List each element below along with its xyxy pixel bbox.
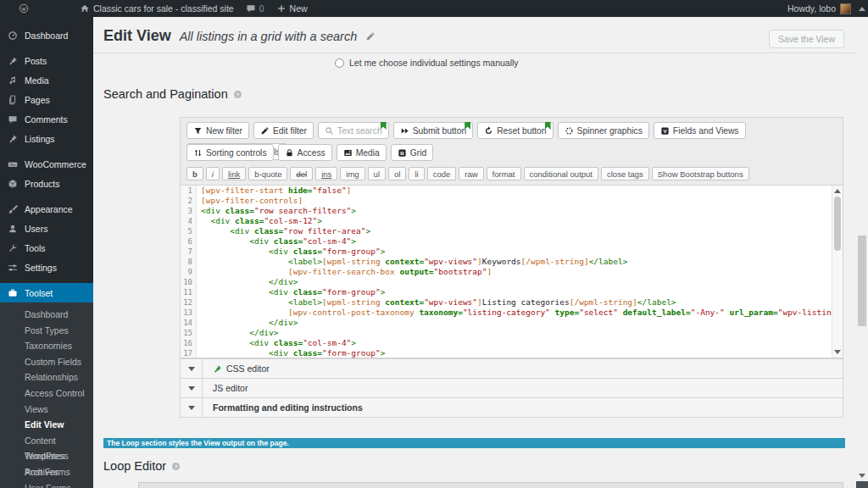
quicktag-code[interactable]: code (427, 167, 457, 180)
submenu-item-content-templates[interactable]: Content Templates (0, 433, 93, 449)
section-js-editor[interactable]: JS editor (181, 378, 843, 397)
admin-bar: Classic cars for sale - classified site … (0, 0, 868, 17)
section-css-editor[interactable]: CSS editor (181, 358, 843, 378)
sidebar-item-toolset[interactable]: Toolset (0, 283, 93, 302)
edit-title-pencil-icon[interactable] (365, 29, 376, 44)
sidebar-item-woocommerce[interactable]: WooWooCommerce (0, 154, 93, 174)
sidebar-item-settings[interactable]: Settings (0, 258, 93, 277)
code-token: Listing categories (482, 297, 570, 307)
code-line: 16 <div class="col-sm-4"> (181, 338, 843, 348)
code-token: <div (201, 206, 225, 215)
reset-button-button[interactable]: Reset button (477, 122, 553, 139)
quicktag-ul[interactable]: ul (368, 167, 386, 180)
quicktag-b-quote[interactable]: b-quote (248, 167, 287, 180)
sidebar-item-label: Users (25, 224, 47, 234)
sidebar-item-pages[interactable]: Pages (0, 90, 93, 109)
sidebar-item-posts[interactable]: Posts (0, 51, 93, 70)
page-scrollbar[interactable] (856, 0, 868, 488)
code-token: <label> (288, 257, 322, 266)
editor-scrollbar[interactable] (832, 186, 843, 358)
code-token: "-Any-" (691, 308, 725, 317)
new-filter-button[interactable]: New filter (186, 122, 249, 139)
section-formatting-and-editing-instructions[interactable]: Formatting and editing instructions (181, 397, 843, 417)
spinner-graphics-button[interactable]: Spinner graphics (558, 122, 649, 139)
submit-button-button[interactable]: Submit button (393, 122, 474, 139)
quicktag-close-tags[interactable]: close tags (601, 167, 649, 180)
radio-circle-icon[interactable] (335, 58, 344, 68)
quicktag-del[interactable]: del (290, 167, 313, 180)
quicktag-img[interactable]: img (340, 167, 364, 180)
collapse-toggle[interactable] (181, 379, 203, 397)
sorting-controls-button[interactable]: Sorting controls (186, 144, 274, 161)
sidebar-item-products[interactable]: Products (0, 174, 93, 193)
sidebar-item-appearance[interactable]: Appearance (0, 199, 93, 219)
help-icon[interactable]: ? (233, 90, 242, 99)
submenu-item-views[interactable]: Views (0, 402, 93, 418)
comment-bubble-icon (246, 3, 256, 14)
save-view-button[interactable]: Save the View (769, 30, 844, 48)
submenu-item-post-forms[interactable]: Post Forms (0, 464, 93, 480)
quicktag-conditional-output[interactable]: conditional output (524, 167, 598, 180)
sidebar-item-dashboard[interactable]: Dashboard (0, 25, 93, 45)
quicktag-i[interactable]: i (206, 167, 220, 180)
quicktag-li[interactable]: li (409, 167, 424, 180)
quicktag-raw[interactable]: raw (459, 167, 483, 180)
submenu-item-edit-view[interactable]: Edit View (0, 417, 93, 433)
comments-shortcut[interactable]: 0 (246, 3, 264, 14)
filter-code-editor[interactable]: 1[wpv-filter-start hide="false"]2[wpv-fi… (181, 185, 843, 358)
text-search-button[interactable]: Text search (318, 122, 389, 139)
code-text: [wpv-filter-controls] (197, 196, 303, 206)
submenu-item-relationships[interactable]: Relationships (0, 369, 93, 385)
avatar (840, 3, 851, 14)
sidebar-item-listings[interactable]: Listings (0, 129, 93, 148)
scroll-up-icon[interactable] (834, 189, 841, 193)
code-token: > (366, 226, 371, 236)
code-line: 3<div class="row search-filters"> (181, 206, 843, 216)
sidebar-item-comments[interactable]: Comments (0, 109, 93, 129)
quicktag-format[interactable]: format (487, 167, 521, 180)
submenu-item-user-forms[interactable]: User Forms (0, 480, 93, 488)
brush-icon (8, 204, 18, 214)
sidebar-item-tools[interactable]: Tools (0, 238, 93, 258)
site-name-menu[interactable]: Classic cars for sale - classified site (80, 3, 234, 14)
submenu-item-wordpress-archives[interactable]: WordPress Archives (0, 448, 93, 464)
quicktag-link[interactable]: link (222, 167, 246, 180)
media-button[interactable]: Media (337, 144, 387, 161)
pin-icon (8, 56, 18, 66)
code-token: ] (347, 186, 352, 195)
manual-settings-radio[interactable]: Let me choose individual settings manual… (335, 58, 519, 68)
search-pagination-heading: Search and Pagination ? (103, 87, 242, 101)
editor-scrollbar-thumb[interactable] (834, 197, 841, 251)
quicktag-ol[interactable]: ol (388, 167, 406, 180)
submenu-item-custom-fields[interactable]: Custom Fields (0, 354, 93, 370)
wordpress-logo-menu[interactable] (19, 3, 29, 14)
code-token (201, 236, 249, 246)
scroll-down-icon[interactable] (834, 350, 841, 354)
edit-filter-button[interactable]: Edit filter (253, 122, 314, 139)
code-token (201, 297, 288, 307)
grid-button[interactable]: BGrid (391, 144, 433, 161)
code-token: "false" (313, 186, 347, 195)
line-number: 8 (181, 257, 197, 267)
submenu-item-post-types[interactable]: Post Types (0, 323, 93, 339)
quicktag-ins[interactable]: ins (315, 167, 337, 180)
new-content-menu[interactable]: New (276, 3, 308, 14)
scroll-up-icon[interactable] (856, 0, 868, 17)
help-icon[interactable]: ? (171, 462, 181, 471)
scroll-down-icon[interactable] (859, 474, 865, 478)
page-scrollbar-thumb[interactable] (858, 236, 866, 326)
fields-and-views-button[interactable]: VFields and Views (654, 122, 746, 139)
submenu-item-taxonomies[interactable]: Taxonomies (0, 338, 93, 354)
code-text: <div class="col-sm-4"> (197, 236, 356, 247)
collapse-toggle[interactable] (181, 359, 203, 378)
collapse-toggle[interactable] (181, 398, 203, 417)
access-button[interactable]: Access (278, 144, 332, 161)
submenu-item-access-control[interactable]: Access Control (0, 385, 93, 402)
quicktag-show-bootstrap-buttons[interactable]: Show Bootstrap buttons (652, 167, 749, 180)
sidebar-item-media[interactable]: Media (0, 70, 93, 90)
sidebar-item-users[interactable]: Users (0, 219, 93, 238)
code-token: <div (269, 348, 293, 358)
submenu-item-dashboard[interactable]: Dashboard (0, 307, 93, 323)
code-token (201, 308, 288, 317)
quicktag-b[interactable]: b (186, 167, 203, 180)
